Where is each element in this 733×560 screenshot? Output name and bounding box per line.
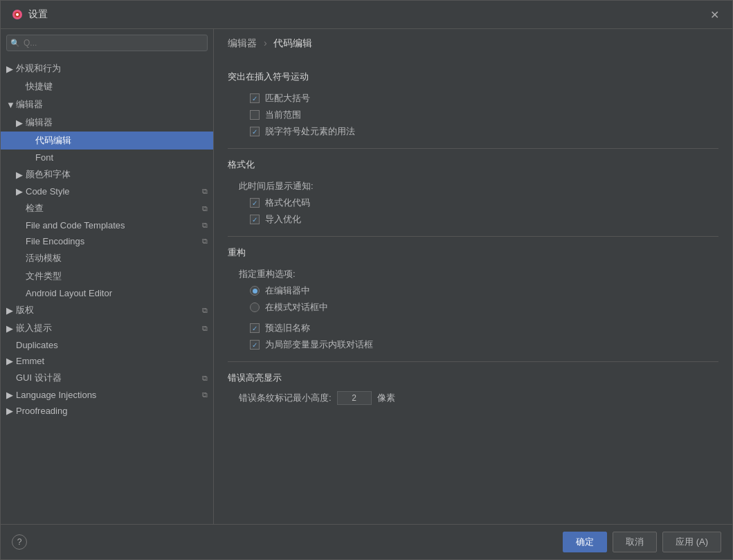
error-min-height-row: 错误条纹标记最小高度: 像素 (239, 391, 718, 405)
option-label: 在模式对话框中 (265, 301, 328, 314)
sidebar-item-lang-injections[interactable]: ▶ Language Injections ⧉ (1, 387, 213, 403)
sidebar-item-label: File and Code Templates (26, 220, 199, 231)
sidebar-item-label: Font (35, 152, 208, 163)
copy-icon: ⧉ (202, 306, 208, 315)
option-label: 匹配大括号 (265, 92, 310, 105)
option-import-optimize: 导入优化 (250, 211, 718, 228)
arrow-icon: ▶ (6, 305, 16, 316)
sidebar-item-live-templates[interactable]: 活动模板 (1, 249, 213, 267)
sidebar-item-emmet[interactable]: ▶ Emmet (1, 353, 213, 369)
checkbox-preselect-old[interactable] (250, 323, 260, 333)
sidebar-item-emmet-hints[interactable]: ▶ 嵌入提示 ⧉ (1, 319, 213, 337)
sidebar-item-label: GUI 设计器 (16, 372, 199, 384)
option-in-editor: 在编辑器中 (250, 282, 718, 299)
ok-button[interactable]: 确定 (563, 532, 607, 552)
sidebar-item-editor-group[interactable]: ▼ 编辑器 (1, 96, 213, 114)
cancel-button[interactable]: 取消 (613, 532, 657, 552)
search-box: 🔍 (6, 35, 208, 51)
error-unit-label: 像素 (377, 392, 395, 404)
option-in-modal: 在模式对话框中 (250, 299, 718, 316)
option-escape-usage: 脱字符号处元素的用法 (250, 123, 718, 140)
breadcrumb-separator: › (264, 37, 267, 48)
sidebar-item-label: 编辑器 (26, 116, 208, 129)
sidebar-item-font[interactable]: Font (1, 150, 213, 165)
sidebar: 🔍 ▶ 外观和行为 快捷键 ▼ 编辑器 (1, 29, 214, 524)
sidebar-item-editor-sub[interactable]: ▶ 编辑器 (1, 114, 213, 132)
divider-1 (228, 148, 718, 149)
option-current-scope: 当前范围 (250, 107, 718, 123)
radio-in-modal[interactable] (250, 302, 260, 312)
sidebar-item-label: Language Injections (16, 390, 199, 400)
sidebar-item-label: 颜色和字体 (26, 168, 208, 181)
copy-icon: ⧉ (202, 187, 208, 196)
close-button[interactable]: ✕ (707, 8, 721, 21)
copy-icon: ⧉ (202, 374, 208, 383)
sidebar-item-label: File Encodings (26, 236, 199, 246)
copy-icon: ⧉ (202, 237, 208, 246)
sidebar-item-proofreading[interactable]: ▶ Proofreading (1, 403, 213, 419)
refactor-subtitle: 指定重构选项: (239, 266, 718, 282)
checkbox-format-code[interactable] (250, 198, 260, 208)
sidebar-item-label: Emmet (16, 356, 208, 366)
sidebar-item-android-layout[interactable]: Android Layout Editor (1, 285, 213, 301)
main-content: 🔍 ▶ 外观和行为 快捷键 ▼ 编辑器 (1, 29, 732, 524)
sidebar-item-label: 文件类型 (26, 270, 208, 282)
checkbox-show-inline[interactable] (250, 340, 260, 350)
section-title-caret: 突出在插入符号运动 (228, 71, 718, 83)
arrow-icon: ▶ (6, 356, 16, 366)
checkbox-match-braces[interactable] (250, 93, 260, 103)
sidebar-item-inspect[interactable]: 检查 ⧉ (1, 199, 213, 217)
arrow-icon: ▶ (6, 390, 16, 400)
radio-in-editor[interactable] (250, 286, 260, 296)
sidebar-item-appearance[interactable]: ▶ 外观和行为 (1, 60, 213, 78)
sidebar-item-shortcuts[interactable]: 快捷键 (1, 78, 213, 96)
error-min-height-label: 错误条纹标记最小高度: (239, 392, 332, 404)
sidebar-tree: ▶ 外观和行为 快捷键 ▼ 编辑器 ▶ 编辑器 (1, 57, 213, 524)
arrow-icon: ▶ (6, 64, 16, 74)
app-icon (12, 9, 23, 20)
breadcrumb-parent: 编辑器 (228, 37, 257, 48)
breadcrumb-current: 代码编辑 (273, 37, 312, 48)
arrow-icon: ▶ (6, 406, 16, 416)
copy-icon: ⧉ (202, 204, 208, 213)
sidebar-item-code-style[interactable]: ▶ Code Style ⧉ (1, 183, 213, 199)
sidebar-item-file-code-templates[interactable]: File and Code Templates ⧉ (1, 217, 213, 233)
sidebar-item-label: 检查 (26, 202, 199, 215)
option-label: 格式化代码 (265, 197, 310, 209)
sidebar-item-label: 快捷键 (26, 80, 208, 93)
sidebar-item-color-font[interactable]: ▶ 颜色和字体 (1, 165, 213, 183)
copy-icon: ⧉ (202, 390, 208, 399)
sidebar-item-label: 嵌入提示 (16, 322, 199, 334)
option-preselect-old: 预选旧名称 (250, 320, 718, 336)
divider-2 (228, 236, 718, 237)
title-bar: 设置 ✕ (1, 1, 732, 29)
section-title-formatting: 格式化 (228, 159, 718, 171)
sidebar-item-file-encodings[interactable]: File Encodings ⧉ (1, 233, 213, 249)
checkbox-escape-usage[interactable] (250, 127, 260, 136)
right-panel: 编辑器 › 代码编辑 突出在插入符号运动 匹配大括号 当前范围 (214, 29, 732, 524)
sidebar-item-gui-designer[interactable]: GUI 设计器 ⧉ (1, 369, 213, 387)
sidebar-item-copyright[interactable]: ▶ 版权 ⧉ (1, 301, 213, 319)
sidebar-item-file-types[interactable]: 文件类型 (1, 267, 213, 285)
option-label: 脱字符号处元素的用法 (265, 125, 355, 138)
sidebar-item-code-edit[interactable]: 代码编辑 (1, 132, 213, 150)
arrow-icon: ▶ (16, 186, 26, 197)
search-input[interactable] (6, 35, 208, 51)
window-title: 设置 (28, 8, 48, 21)
formatting-subtitle-text: 此时间后显示通知: (239, 180, 314, 192)
sidebar-item-label: Proofreading (16, 406, 208, 416)
sidebar-item-duplicates[interactable]: Duplicates (1, 337, 213, 353)
option-label: 预选旧名称 (265, 322, 310, 334)
sidebar-item-label: 活动模板 (26, 252, 208, 264)
option-label: 在编辑器中 (265, 284, 310, 297)
checkbox-import-optimize[interactable] (250, 215, 260, 224)
help-button[interactable]: ? (12, 534, 27, 550)
checkbox-current-scope[interactable] (250, 110, 260, 120)
sidebar-item-label: Android Layout Editor (26, 288, 208, 298)
arrow-icon: ▶ (6, 323, 16, 334)
sidebar-item-label: 外观和行为 (16, 62, 208, 75)
apply-button[interactable]: 应用 (A) (662, 532, 721, 552)
sidebar-item-label: Code Style (26, 186, 199, 197)
error-min-height-input[interactable] (337, 391, 372, 405)
arrow-icon: ▶ (16, 118, 26, 128)
